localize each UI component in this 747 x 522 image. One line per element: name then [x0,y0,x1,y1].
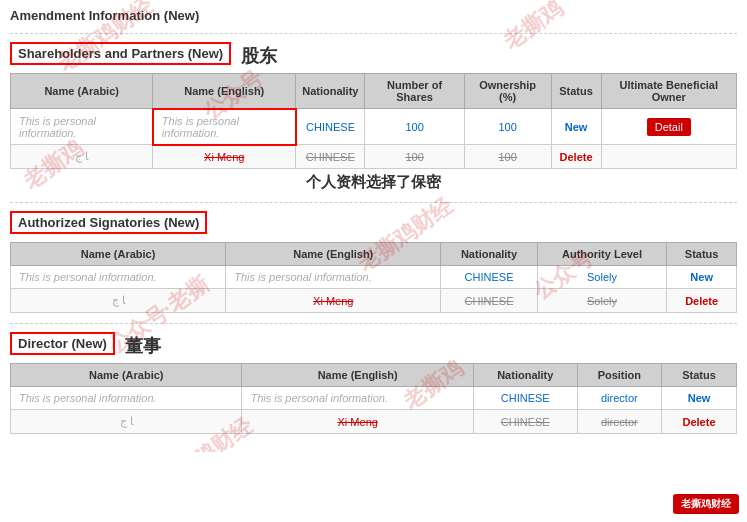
sig-del-status: Delete [667,289,737,313]
dir-col-english: Name (English) [242,364,473,387]
dir-new-nationality: CHINESE [473,387,577,410]
director-chinese-label: 董事 [125,334,161,358]
col-name-english: Name (English) [153,74,296,109]
shareholders-title: Shareholders and Partners (New) [10,42,231,65]
col-status: Status [551,74,601,109]
sig-col-arabic: Name (Arabic) [11,243,226,266]
sig-col-authority: Authority Level [537,243,667,266]
dir-new-position: director [577,387,661,410]
sh-new-shares: 100 [365,109,464,145]
shareholders-section: Shareholders and Partners (New) 股东 Name … [10,42,737,192]
annotation-privacy: 个人资料选择了保密 [10,173,737,192]
shareholders-new-row: This is personal information. This is pe… [11,109,737,145]
shareholders-delete-row: ﺎ ﺝ Xi Meng CHINESE 100 100 Delete [11,145,737,169]
signatories-title: Authorized Signatories (New) [10,211,207,234]
dir-del-nationality: CHINESE [473,410,577,434]
sh-del-detail [601,145,736,169]
sig-del-arabic: ﺎ ﺝ [11,289,226,313]
sh-new-english: This is personal information. [153,109,296,145]
sig-new-authority: Solely [537,266,667,289]
sig-del-nationality: CHINESE [441,289,537,313]
sh-del-shares: 100 [365,145,464,169]
dir-col-status: Status [662,364,737,387]
sh-del-english: Xi Meng [153,145,296,169]
dir-col-nationality: Nationality [473,364,577,387]
sig-delete-row: ﺎ ﺝ Xi Meng CHINESE Solely Delete [11,289,737,313]
dir-del-arabic: ﺎ ﺝ [11,410,242,434]
sh-del-nationality: CHINESE [296,145,365,169]
dir-new-row: This is personal information. This is pe… [11,387,737,410]
dir-del-status: Delete [662,410,737,434]
sig-col-status: Status [667,243,737,266]
dir-new-status: New [662,387,737,410]
sh-new-ownership: 100 [464,109,551,145]
sh-new-nationality: CHINESE [296,109,365,145]
sig-del-english: Xi Meng [226,289,441,313]
dir-new-english: This is personal information. [242,387,473,410]
director-title: Director (New) [10,332,115,355]
sig-new-arabic: This is personal information. [11,266,226,289]
sig-new-nationality: CHINESE [441,266,537,289]
signatories-table: Name (Arabic) Name (English) Nationality… [10,242,737,313]
sig-col-english: Name (English) [226,243,441,266]
sh-new-arabic: This is personal information. [11,109,153,145]
dir-new-arabic: This is personal information. [11,387,242,410]
shareholders-table: Name (Arabic) Name (English) Nationality… [10,73,737,169]
col-beneficial-owner: Ultimate Beneficial Owner [601,74,736,109]
shareholders-chinese-label: 股东 [241,44,277,68]
dir-delete-row: ﺎ ﺝ Xi Meng CHINESE director Delete [11,410,737,434]
sig-new-status: New [667,266,737,289]
dir-col-position: Position [577,364,661,387]
sh-new-status: New [551,109,601,145]
dir-del-english: Xi Meng [242,410,473,434]
sig-del-authority: Solely [537,289,667,313]
sig-new-english: This is personal information. [226,266,441,289]
sig-new-row: This is personal information. This is pe… [11,266,737,289]
director-section: Director (New) 董事 Name (Arabic) Name (En… [10,332,737,434]
col-shares: Number of Shares [365,74,464,109]
sh-del-arabic: ﺎ ﺝ [11,145,153,169]
sh-new-detail[interactable]: Detail [601,109,736,145]
dir-del-position: director [577,410,661,434]
sig-col-nationality: Nationality [441,243,537,266]
signatories-section: Authorized Signatories (New) Name (Arabi… [10,211,737,313]
sh-del-ownership: 100 [464,145,551,169]
col-ownership: Ownership (%) [464,74,551,109]
detail-button[interactable]: Detail [647,118,691,136]
amendment-title: Amendment Information (New) [10,8,737,23]
director-table: Name (Arabic) Name (English) Nationality… [10,363,737,434]
sh-del-status: Delete [551,145,601,169]
dir-col-arabic: Name (Arabic) [11,364,242,387]
col-name-arabic: Name (Arabic) [11,74,153,109]
col-nationality: Nationality [296,74,365,109]
